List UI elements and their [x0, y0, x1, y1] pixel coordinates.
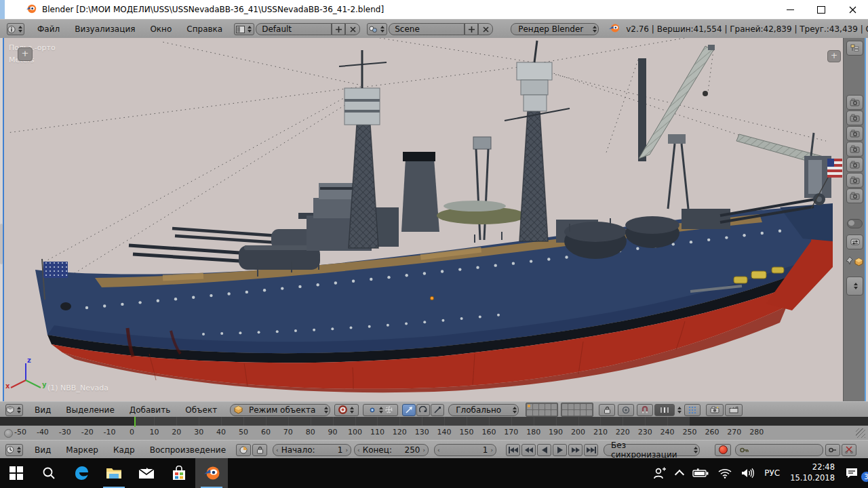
- close-button[interactable]: [837, 0, 868, 19]
- snap-element-button[interactable]: [654, 404, 675, 416]
- start-button[interactable]: [0, 458, 33, 488]
- restrict-render-camera-icon[interactable]: [846, 126, 863, 141]
- minimize-button[interactable]: [774, 0, 806, 19]
- delete-scene-button[interactable]: [478, 23, 493, 35]
- menu-help[interactable]: Справка: [179, 24, 230, 34]
- jump-to-start-button[interactable]: [506, 444, 520, 456]
- taskbar-edge-button[interactable]: [65, 458, 98, 488]
- menu-object[interactable]: Объект: [178, 405, 224, 415]
- editor-type-timeline-button[interactable]: [5, 444, 23, 456]
- play-button[interactable]: [553, 444, 567, 456]
- render-opengl-button[interactable]: [706, 404, 724, 416]
- current-frame-field[interactable]: ‹1›: [434, 444, 496, 456]
- taskbar-store-button[interactable]: [163, 458, 195, 488]
- keying-set-field[interactable]: [735, 444, 823, 456]
- tray-chevron-up-icon[interactable]: [671, 469, 688, 478]
- lock-to-scene-button[interactable]: [599, 404, 615, 416]
- scene-icon-button[interactable]: [367, 23, 387, 35]
- timeline-corner-grip[interactable]: [856, 428, 865, 438]
- av-sync-select[interactable]: Без синхронизации: [604, 444, 700, 456]
- restrict-render-camera-icon[interactable]: [846, 157, 863, 172]
- manipulator-scale-button[interactable]: [431, 404, 444, 416]
- render-opengl-anim-button[interactable]: [725, 404, 743, 416]
- snap-target-button[interactable]: [684, 404, 701, 416]
- insert-keyframe-button[interactable]: [825, 444, 840, 456]
- add-scene-button[interactable]: [465, 23, 478, 35]
- play-reverse-button[interactable]: [537, 444, 551, 456]
- viewport-3d-scene[interactable]: [0, 38, 843, 401]
- lock-icon: [256, 446, 264, 454]
- menu-select[interactable]: Выделение: [58, 405, 121, 415]
- timeline-ruler[interactable]: -50-40-30-20-100102030405060708090100110…: [0, 426, 868, 441]
- previous-keyframe-button[interactable]: [521, 444, 536, 456]
- mode-select[interactable]: Режим объекта: [230, 404, 330, 416]
- screen-layout-icon-button[interactable]: [234, 23, 254, 35]
- anchor: [60, 302, 71, 310]
- taskbar-blender-button[interactable]: [195, 458, 228, 488]
- window-titlebar: Blender [D:\МОИ МОДЕЛИ\USS\USSNevadaBB-3…: [0, 0, 868, 20]
- maximize-button[interactable]: [806, 0, 837, 19]
- menu-render[interactable]: Визуализация: [67, 24, 142, 34]
- editor-type-3dview-button[interactable]: [5, 404, 23, 416]
- timeline-band[interactable]: [0, 417, 868, 426]
- properties-editor-icon[interactable]: [846, 235, 863, 249]
- viewport-3d[interactable]: Польз.-орто Meters (1) NBB_Nevada + + z …: [0, 38, 868, 401]
- layers-grid-2[interactable]: [561, 403, 593, 417]
- delete-screen-layout-button[interactable]: [345, 23, 360, 35]
- snap-stepper[interactable]: [677, 407, 682, 413]
- taskbar-search-button[interactable]: [33, 458, 65, 488]
- transform-orientation-select[interactable]: Глобально: [448, 404, 519, 416]
- restrict-render-camera-icon[interactable]: [846, 173, 863, 188]
- restrict-render-camera-icon[interactable]: [846, 95, 863, 110]
- scene-name-field[interactable]: Scene: [389, 23, 465, 35]
- taskbar-mail-button[interactable]: [130, 458, 163, 488]
- proportional-edit-button[interactable]: [618, 404, 634, 416]
- properties-region-expand-tab[interactable]: +: [827, 50, 841, 62]
- browse-id-stepper[interactable]: [846, 277, 863, 296]
- snap-button[interactable]: [637, 404, 653, 416]
- restrict-render-camera-icon[interactable]: [846, 142, 863, 157]
- restrict-render-camera-icon[interactable]: [846, 110, 863, 125]
- editor-type-info-button[interactable]: [7, 23, 24, 35]
- menu-tl-view[interactable]: Вид: [27, 445, 58, 455]
- pivot-point-select[interactable]: [363, 404, 398, 416]
- outliner-editor-icon[interactable]: [846, 41, 863, 56]
- menu-window[interactable]: Окно: [142, 24, 179, 34]
- menu-add[interactable]: Добавить: [122, 405, 178, 415]
- manipulator-translate-button[interactable]: [402, 404, 416, 416]
- auto-keyframe-button[interactable]: [715, 444, 731, 456]
- language-indicator[interactable]: РУС: [760, 468, 785, 478]
- people-icon[interactable]: [648, 467, 671, 479]
- taskbar-explorer-button[interactable]: [98, 458, 130, 488]
- preview-range-button[interactable]: [236, 444, 251, 456]
- layers-grid-1[interactable]: [526, 403, 558, 417]
- manipulator-rotate-button[interactable]: [416, 404, 430, 416]
- restrict-render-camera-icon[interactable]: [846, 188, 863, 203]
- delete-keyframe-button[interactable]: [842, 444, 856, 456]
- menu-view[interactable]: Вид: [27, 405, 58, 415]
- frame-end-field[interactable]: ‹Конец: 250›: [354, 444, 429, 456]
- current-frame-line[interactable]: [134, 417, 136, 427]
- viewport-shading-select[interactable]: [334, 404, 359, 416]
- taskbar-clock[interactable]: 22:48 15.10.2018: [785, 462, 840, 483]
- menu-tl-marker[interactable]: Маркер: [58, 445, 106, 455]
- dropdown-arrows: [18, 26, 22, 33]
- battery-icon[interactable]: [688, 468, 713, 478]
- add-screen-layout-button[interactable]: [332, 23, 345, 35]
- object-data-icon[interactable]: [854, 258, 863, 268]
- lock-frame-button[interactable]: [252, 444, 267, 456]
- render-engine-select[interactable]: Рендер Blender: [511, 23, 599, 35]
- pin-icon[interactable]: [846, 256, 854, 268]
- jump-to-end-button[interactable]: [584, 444, 598, 456]
- action-center-button[interactable]: 3: [840, 467, 868, 479]
- speaker-icon[interactable]: [736, 468, 760, 479]
- menu-tl-playback[interactable]: Воспроизведение: [142, 445, 233, 455]
- collapsed-toggle[interactable]: [847, 219, 863, 228]
- wifi-icon[interactable]: [713, 468, 736, 479]
- menu-file[interactable]: Файл: [30, 24, 67, 34]
- frame-start-field[interactable]: ‹Начало: 1›: [273, 444, 351, 456]
- next-keyframe-button[interactable]: [568, 444, 583, 456]
- toolshelf-expand-tab[interactable]: +: [18, 47, 33, 61]
- screen-layout-name-field[interactable]: Default: [256, 23, 332, 35]
- menu-tl-frame[interactable]: Кадр: [106, 445, 142, 455]
